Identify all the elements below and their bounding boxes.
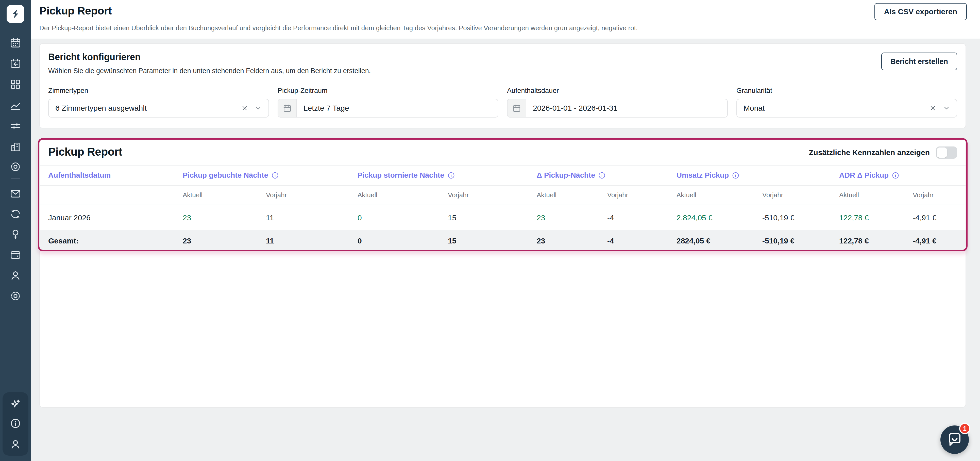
page-title: Pickup Report <box>39 5 111 17</box>
cell-value: 23 <box>537 205 607 230</box>
roomtypes-label: Zimmertypen <box>48 87 269 95</box>
app-logo[interactable] <box>6 5 24 23</box>
filter-fields-row: Zimmertypen 6 Zimmertypen ausgewählt Pic… <box>48 87 957 118</box>
field-stay-duration: Aufenthaltsdauer 2026-01-01 - 2026-01-31 <box>507 87 728 118</box>
calendar-import-icon[interactable] <box>10 57 21 69</box>
cell-value: -4 <box>607 205 676 230</box>
notification-badge: 1 <box>959 423 970 434</box>
cell-value: -510,19 € <box>762 205 839 230</box>
subheader-aktuell: Aktuell <box>183 185 266 205</box>
row-label: Januar 2026 <box>40 205 183 230</box>
col-adr-delta[interactable]: ADR Δ Pickup <box>839 171 899 179</box>
sparkles-ai-icon[interactable] <box>10 398 21 410</box>
pickup-period-value: Letzte 7 Tage <box>297 104 498 112</box>
config-subtitle: Wählen Sie die gewünschten Parameter in … <box>48 67 371 75</box>
logo-bolt-icon <box>10 8 21 19</box>
total-value: -4,91 € <box>913 230 966 251</box>
sync-icon[interactable] <box>10 208 21 220</box>
info-icon[interactable] <box>271 172 279 179</box>
total-value: 23 <box>537 230 607 251</box>
info-icon[interactable] <box>10 418 21 429</box>
wallet-icon[interactable] <box>10 249 21 261</box>
settings-gear-icon[interactable] <box>10 161 21 172</box>
subheader-aktuell: Aktuell <box>537 185 607 205</box>
subheader-vorjahr: Vorjahr <box>913 185 966 205</box>
info-icon[interactable] <box>732 172 740 179</box>
roomtypes-value: 6 Zimmertypen ausgewählt <box>49 104 241 112</box>
extra-metrics-toggle[interactable] <box>936 147 957 159</box>
chevron-down-icon[interactable] <box>943 105 950 112</box>
cell-value: 0 <box>358 205 448 230</box>
user-icon[interactable] <box>10 270 21 281</box>
cell-value: -4,91 € <box>913 205 966 230</box>
info-icon[interactable] <box>892 172 899 179</box>
col-revenue-pickup[interactable]: Umsatz Pickup <box>676 171 740 179</box>
granularity-label: Granularität <box>737 87 957 95</box>
page-subtitle: Der Pickup-Report bietet einen Überblick… <box>39 24 638 32</box>
info-icon[interactable] <box>598 172 606 179</box>
total-value: 11 <box>266 230 358 251</box>
cell-value: 2.824,05 € <box>676 205 762 230</box>
clear-x-icon[interactable] <box>241 105 248 112</box>
extra-metrics-toggle-wrap[interactable]: Zusätzliche Kennzahlen anzeigen <box>809 147 957 159</box>
chat-widget-button[interactable]: 1 <box>940 426 969 454</box>
col-cancelled-nights[interactable]: Pickup stornierte Nächte <box>358 171 455 179</box>
calendar-icon[interactable] <box>278 99 297 117</box>
dashboard-grid-icon[interactable] <box>10 78 21 90</box>
pickup-report-table: Aufenthaltsdatum Pickup gebuchte Nächte … <box>40 166 966 251</box>
cell-value: 15 <box>448 205 537 230</box>
stay-duration-label: Aufenthaltsdauer <box>507 87 728 95</box>
subheader-vorjahr: Vorjahr <box>762 185 839 205</box>
chevron-down-icon[interactable] <box>255 105 262 112</box>
sidebar <box>0 0 31 461</box>
settings-gear-icon[interactable] <box>10 290 21 302</box>
cell-value: 122,78 € <box>839 205 913 230</box>
calendar-icon[interactable] <box>508 99 526 117</box>
subheader-vorjahr: Vorjahr <box>607 185 676 205</box>
total-value: 2824,05 € <box>676 230 762 251</box>
toggle-label: Zusätzliche Kennzahlen anzeigen <box>809 148 930 157</box>
report-title: Pickup Report <box>48 145 122 158</box>
pickup-period-label: Pickup-Zeitraum <box>278 87 498 95</box>
stay-duration-datepicker[interactable]: 2026-01-01 - 2026-01-31 <box>507 99 728 118</box>
col-stay-date[interactable]: Aufenthaltsdatum <box>48 171 111 179</box>
subheader-vorjahr: Vorjahr <box>448 185 537 205</box>
subheader-aktuell: Aktuell <box>839 185 913 205</box>
table-row: Januar 2026 23 11 0 15 23 -4 2.824,05 € … <box>40 205 966 230</box>
building-icon[interactable] <box>10 141 21 153</box>
clear-x-icon[interactable] <box>929 105 936 112</box>
field-roomtypes: Zimmertypen 6 Zimmertypen ausgewählt <box>48 87 269 118</box>
subheader-vorjahr: Vorjahr <box>266 185 358 205</box>
field-pickup-period: Pickup-Zeitraum Letzte 7 Tage <box>278 87 498 118</box>
info-icon[interactable] <box>447 172 455 179</box>
mail-icon[interactable] <box>10 188 21 199</box>
col-booked-nights[interactable]: Pickup gebuchte Nächte <box>183 171 279 179</box>
cell-value: 11 <box>266 205 358 230</box>
col-delta-nights[interactable]: Δ Pickup-Nächte <box>537 171 606 179</box>
field-granularity: Granularität Monat <box>737 87 957 118</box>
granularity-select[interactable]: Monat <box>737 99 957 118</box>
chart-line-icon[interactable] <box>10 99 21 111</box>
total-value: -510,19 € <box>762 230 839 251</box>
user-icon[interactable] <box>10 439 21 450</box>
pickup-period-datepicker[interactable]: Letzte 7 Tage <box>278 99 498 118</box>
stay-duration-value: 2026-01-01 - 2026-01-31 <box>526 104 727 112</box>
table-group-header-row: Aufenthaltsdatum Pickup gebuchte Nächte … <box>40 166 966 185</box>
create-report-button[interactable]: Bericht erstellen <box>881 53 957 70</box>
export-csv-button[interactable]: Als CSV exportieren <box>875 3 967 20</box>
report-config-card: Bericht konfigurieren Wählen Sie die gew… <box>39 43 966 128</box>
chat-bubble-icon <box>947 432 963 448</box>
config-title: Bericht konfigurieren <box>48 52 141 62</box>
main-content: Pickup Report Der Pickup-Report bietet e… <box>31 0 980 461</box>
table-subheader-row: Aktuell Vorjahr Aktuell Vorjahr Aktuell … <box>40 185 966 205</box>
toggle-knob <box>937 147 947 158</box>
pickup-report-card: Pickup Report Zusätzliche Kennzahlen anz… <box>39 138 966 408</box>
total-value: 0 <box>358 230 448 251</box>
total-label: Gesamt: <box>40 230 183 251</box>
subheader-aktuell: Aktuell <box>676 185 762 205</box>
roomtypes-select[interactable]: 6 Zimmertypen ausgewählt <box>48 99 269 118</box>
sliders-icon[interactable] <box>10 120 21 132</box>
total-value: 23 <box>183 230 266 251</box>
calendar-icon[interactable] <box>10 37 21 48</box>
key-icon[interactable] <box>10 228 21 240</box>
